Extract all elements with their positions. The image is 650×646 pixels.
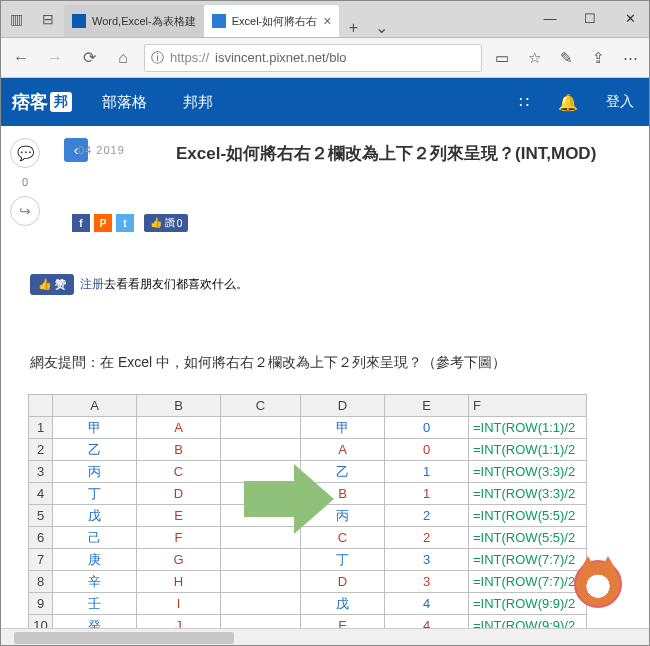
- nav-blog[interactable]: 部落格: [84, 78, 165, 126]
- cell[interactable]: 0: [385, 439, 469, 461]
- settings-icon[interactable]: ⋯: [618, 46, 642, 70]
- cell[interactable]: H: [137, 571, 221, 593]
- share-plurk-icon[interactable]: P: [94, 214, 112, 232]
- cell[interactable]: 0: [385, 417, 469, 439]
- cell[interactable]: [221, 593, 301, 615]
- cell[interactable]: 甲: [301, 417, 385, 439]
- bell-icon[interactable]: 🔔: [546, 93, 590, 112]
- cell[interactable]: D: [301, 571, 385, 593]
- row-header[interactable]: 1: [29, 417, 53, 439]
- corner-cell[interactable]: [29, 395, 53, 417]
- share-twitter-icon[interactable]: t: [116, 214, 134, 232]
- cell[interactable]: 3: [385, 571, 469, 593]
- tab-overflow-icon[interactable]: ⌄: [367, 18, 395, 37]
- cell[interactable]: =INT(ROW(7:7)/2: [469, 549, 587, 571]
- cell[interactable]: 己: [53, 527, 137, 549]
- cell[interactable]: 辛: [53, 571, 137, 593]
- site-logo[interactable]: 痞客邦: [0, 90, 84, 114]
- col-header[interactable]: A: [53, 395, 137, 417]
- home-button[interactable]: ⌂: [110, 45, 136, 71]
- address-bar[interactable]: ⓘ https://isvincent.pixnet.net/blo: [144, 44, 482, 72]
- share-fb-icon[interactable]: f: [72, 214, 90, 232]
- minimize-button[interactable]: —: [530, 0, 570, 37]
- cell[interactable]: G: [137, 549, 221, 571]
- cell[interactable]: [221, 417, 301, 439]
- tab-inactive[interactable]: Word,Excel-為表格建: [64, 5, 204, 37]
- row-header[interactable]: 3: [29, 461, 53, 483]
- row-header[interactable]: 8: [29, 571, 53, 593]
- row-header[interactable]: 9: [29, 593, 53, 615]
- row-header[interactable]: 5: [29, 505, 53, 527]
- cell[interactable]: 3: [385, 549, 469, 571]
- reading-view-icon[interactable]: ▭: [490, 46, 514, 70]
- horizontal-scrollbar[interactable]: [0, 628, 650, 646]
- row-header[interactable]: 6: [29, 527, 53, 549]
- new-tab-button[interactable]: +: [339, 19, 367, 37]
- cell[interactable]: [221, 549, 301, 571]
- cell[interactable]: [221, 439, 301, 461]
- notes-icon[interactable]: ✎: [554, 46, 578, 70]
- cell[interactable]: 戊: [53, 505, 137, 527]
- cell[interactable]: 戊: [301, 593, 385, 615]
- cell[interactable]: 丁: [301, 549, 385, 571]
- cell[interactable]: C: [137, 461, 221, 483]
- cell[interactable]: 2: [385, 505, 469, 527]
- cell[interactable]: 1: [385, 461, 469, 483]
- nav-bangbang[interactable]: 邦邦: [165, 78, 231, 126]
- cell[interactable]: =INT(ROW(7:7)/2: [469, 571, 587, 593]
- share-rail-icon[interactable]: ↪: [10, 196, 40, 226]
- like-button[interactable]: 👍 讚0: [144, 214, 188, 232]
- cell[interactable]: =INT(ROW(9:9)/2: [469, 593, 587, 615]
- maximize-button[interactable]: ☐: [570, 0, 610, 37]
- cell[interactable]: 1: [385, 483, 469, 505]
- cell[interactable]: =INT(ROW(3:3)/2: [469, 461, 587, 483]
- row-header[interactable]: 4: [29, 483, 53, 505]
- tab-preview-icon[interactable]: ⊟: [32, 0, 64, 37]
- cell[interactable]: D: [137, 483, 221, 505]
- col-header[interactable]: F: [469, 395, 587, 417]
- login-button[interactable]: 登入: [590, 93, 650, 111]
- cell[interactable]: =INT(ROW(1:1)/2: [469, 417, 587, 439]
- fb-like-button[interactable]: 👍 赞: [30, 274, 74, 295]
- scrollbar-thumb[interactable]: [14, 632, 234, 644]
- cell[interactable]: 甲: [53, 417, 137, 439]
- favorite-icon[interactable]: ☆: [522, 46, 546, 70]
- cell[interactable]: E: [137, 505, 221, 527]
- comment-icon[interactable]: 💬: [10, 138, 40, 168]
- row-header[interactable]: 7: [29, 549, 53, 571]
- close-window-button[interactable]: ✕: [610, 0, 650, 37]
- cell[interactable]: B: [137, 439, 221, 461]
- back-button[interactable]: ←: [8, 45, 34, 71]
- fox-avatar[interactable]: [574, 560, 622, 608]
- share-icon[interactable]: ⇪: [586, 46, 610, 70]
- cell[interactable]: 2: [385, 527, 469, 549]
- tab-actions-icon[interactable]: ▥: [0, 0, 32, 37]
- tab-active[interactable]: Excel-如何將右右 ×: [204, 5, 340, 37]
- fb-register-link[interactable]: 注册: [80, 277, 104, 291]
- cell[interactable]: 壬: [53, 593, 137, 615]
- cell[interactable]: A: [137, 417, 221, 439]
- cell[interactable]: A: [301, 439, 385, 461]
- cell[interactable]: 4: [385, 593, 469, 615]
- cell[interactable]: =INT(ROW(5:5)/2: [469, 505, 587, 527]
- grid-icon[interactable]: ∷: [502, 93, 546, 112]
- row-header[interactable]: 2: [29, 439, 53, 461]
- cell[interactable]: [221, 571, 301, 593]
- forward-button[interactable]: →: [42, 45, 68, 71]
- col-header[interactable]: B: [137, 395, 221, 417]
- cell[interactable]: =INT(ROW(5:5)/2: [469, 527, 587, 549]
- cell[interactable]: =INT(ROW(3:3)/2: [469, 483, 587, 505]
- col-header[interactable]: E: [385, 395, 469, 417]
- cell[interactable]: =INT(ROW(1:1)/2: [469, 439, 587, 461]
- cell[interactable]: 丙: [53, 461, 137, 483]
- reload-button[interactable]: ⟳: [76, 45, 102, 71]
- col-header[interactable]: D: [301, 395, 385, 417]
- cell[interactable]: 丁: [53, 483, 137, 505]
- cell[interactable]: I: [137, 593, 221, 615]
- close-tab-icon[interactable]: ×: [323, 13, 331, 29]
- cell[interactable]: 庚: [53, 549, 137, 571]
- cell[interactable]: 乙: [53, 439, 137, 461]
- cell[interactable]: F: [137, 527, 221, 549]
- col-header[interactable]: C: [221, 395, 301, 417]
- site-info-icon[interactable]: ⓘ: [151, 49, 164, 67]
